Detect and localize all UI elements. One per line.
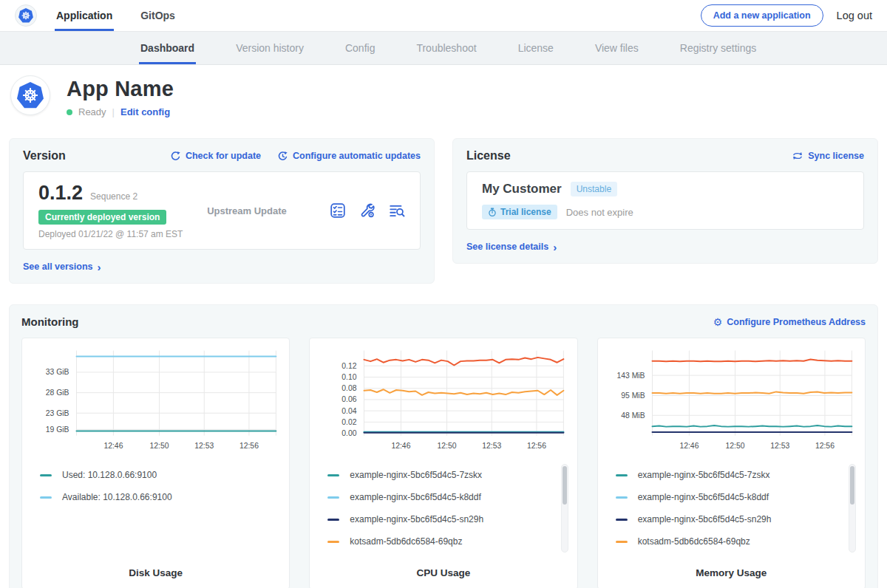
svg-text:12:53: 12:53 <box>194 442 214 450</box>
see-license-details-link[interactable]: See license details› <box>466 242 557 253</box>
gear-icon: ⚙ <box>713 317 723 327</box>
legend-item: example-nginx-5bc6f5d4c5-sn29h <box>319 508 553 530</box>
license-card-title: License <box>466 149 511 163</box>
legend-color-dash <box>327 474 339 476</box>
disk-usage-chart: 33 GiB28 GiB23 GiB19 GiB12:4612:5012:531… <box>31 346 280 458</box>
monitoring-title: Monitoring <box>21 315 78 328</box>
chart-title: Disk Usage <box>31 567 280 578</box>
tab-license[interactable]: License <box>517 32 555 64</box>
chart-title: Memory Usage <box>607 567 856 578</box>
legend-color-dash <box>40 474 52 476</box>
cpu-usage-chart: 0.120.100.080.060.040.020.0012:4612:5012… <box>319 346 568 458</box>
svg-text:12:50: 12:50 <box>725 442 744 450</box>
svg-text:12:46: 12:46 <box>103 442 123 450</box>
svg-text:19 GiB: 19 GiB <box>46 425 69 434</box>
version-card: Version Check for update Configure au <box>9 138 435 284</box>
memory-usage-legend[interactable]: example-nginx-5bc6f5d4c5-7zskxexample-ng… <box>607 464 856 558</box>
tab-registry-settings[interactable]: Registry settings <box>679 32 758 64</box>
svg-text:143 MiB: 143 MiB <box>616 372 645 380</box>
cpu-usage-legend[interactable]: example-nginx-5bc6f5d4c5-7zskxexample-ng… <box>319 464 568 558</box>
status-dot <box>67 109 72 115</box>
legend-color-dash <box>327 541 339 543</box>
svg-text:33 GiB: 33 GiB <box>46 368 69 376</box>
svg-text:12:46: 12:46 <box>392 442 411 450</box>
tab-version-history[interactable]: Version history <box>234 32 305 64</box>
svg-text:0.06: 0.06 <box>342 395 357 403</box>
divider: | <box>112 106 115 117</box>
legend-color-dash <box>616 496 628 499</box>
svg-text:23 GiB: 23 GiB <box>46 409 69 417</box>
tab-config[interactable]: Config <box>344 32 376 64</box>
stopwatch-icon <box>488 208 497 217</box>
tab-dashboard[interactable]: Dashboard <box>139 32 196 64</box>
series-line <box>652 392 852 393</box>
legend-color-dash <box>616 541 628 543</box>
chevron-right-icon: › <box>98 261 101 273</box>
legend-label: kotsadm-5db6dc6584-69qbz <box>638 536 750 547</box>
legend-label: example-nginx-5bc6f5d4c5-sn29h <box>350 514 483 524</box>
top-nav: ApplicationGitOps Add a new application … <box>0 0 887 32</box>
legend-item: Used: 10.128.0.66:9100 <box>31 464 265 486</box>
memory-usage-chart: 143 MiB95 MiB48 MiB12:4612:5012:5312:56 <box>607 346 856 458</box>
app-sub-nav: DashboardVersion historyConfigTroublesho… <box>0 32 887 65</box>
sync-license-button[interactable]: Sync license <box>792 151 864 161</box>
legend-label: Available: 10.128.0.66:9100 <box>62 492 172 502</box>
monitoring-card: Monitoring ⚙ Configure Prometheus Addres… <box>9 304 878 588</box>
version-card-title: Version <box>23 149 66 163</box>
config-wrench-icon[interactable] <box>359 202 375 219</box>
legend-label: example-nginx-5bc6f5d4c5-7zskx <box>350 470 482 480</box>
top-tab-gitops[interactable]: GitOps <box>139 0 177 31</box>
edit-config-link[interactable]: Edit config <box>120 106 170 117</box>
check-for-update-button[interactable]: Check for update <box>170 151 261 162</box>
legend-color-dash <box>40 496 52 499</box>
svg-text:0.10: 0.10 <box>342 373 357 381</box>
deployed-badge: Currently deployed version <box>38 210 166 225</box>
disk-usage-panel: 33 GiB28 GiB23 GiB19 GiB12:4612:5012:531… <box>21 338 290 588</box>
top-nav-tabs: ApplicationGitOps <box>55 0 177 31</box>
series-line <box>364 358 564 366</box>
legend-item: example-nginx-5bc6f5d4c5-sn29h <box>607 508 841 530</box>
scrollbar-thumb[interactable] <box>563 466 567 505</box>
app-kubernetes-icon <box>10 75 50 115</box>
svg-text:0.02: 0.02 <box>342 418 357 426</box>
license-expiry: Does not expire <box>566 207 633 218</box>
legend-scrollbar[interactable] <box>561 464 568 553</box>
legend-label: example-nginx-5bc6f5d4c5-7zskx <box>638 470 770 480</box>
cpu-usage-panel: 0.120.100.080.060.040.020.0012:4612:5012… <box>309 338 577 588</box>
legend-color-dash <box>327 496 339 499</box>
logout-link[interactable]: Log out <box>837 10 872 21</box>
svg-text:0.04: 0.04 <box>342 407 357 415</box>
app-header: App Name Ready | Edit config <box>0 65 887 129</box>
svg-text:12:56: 12:56 <box>527 442 546 450</box>
tab-view-files[interactable]: View files <box>594 32 640 64</box>
chevron-right-icon: › <box>553 242 557 253</box>
refresh-icon <box>170 151 181 162</box>
scrollbar-thumb[interactable] <box>850 466 854 505</box>
tab-troubleshoot[interactable]: Troubleshoot <box>415 32 478 64</box>
legend-label: example-nginx-5bc6f5d4c5-sn29h <box>638 514 772 524</box>
license-customer-name: My Customer <box>482 182 562 196</box>
svg-text:12:53: 12:53 <box>770 442 789 450</box>
svg-text:12:46: 12:46 <box>679 442 699 450</box>
page-title: App Name <box>67 77 174 101</box>
legend-color-dash <box>616 519 628 521</box>
svg-text:12:50: 12:50 <box>438 442 457 450</box>
configure-automatic-updates-button[interactable]: Configure automatic updates <box>277 151 421 162</box>
status-text: Ready <box>78 106 106 117</box>
see-all-versions-link[interactable]: See all versions› <box>23 261 101 273</box>
legend-item: kotsadm-5db6dc6584-69qbz <box>607 530 841 553</box>
legend-label: example-nginx-5bc6f5d4c5-k8ddf <box>638 492 769 502</box>
view-logs-icon[interactable] <box>389 202 405 219</box>
svg-text:12:50: 12:50 <box>149 442 169 450</box>
svg-text:48 MiB: 48 MiB <box>621 411 645 420</box>
legend-item: example-nginx-5bc6f5d4c5-k8ddf <box>607 486 841 508</box>
configure-prometheus-button[interactable]: ⚙ Configure Prometheus Address <box>713 317 866 327</box>
sync-icon <box>792 151 803 161</box>
preflight-checks-icon[interactable] <box>330 202 346 219</box>
license-card: License Sync license My Customer Unstabl… <box>452 138 878 264</box>
legend-scrollbar[interactable] <box>849 464 856 553</box>
svg-text:12:53: 12:53 <box>483 442 502 450</box>
trial-license-badge: Trial license <box>482 205 557 219</box>
add-application-button[interactable]: Add a new application <box>701 4 823 27</box>
top-tab-application[interactable]: Application <box>55 0 114 31</box>
